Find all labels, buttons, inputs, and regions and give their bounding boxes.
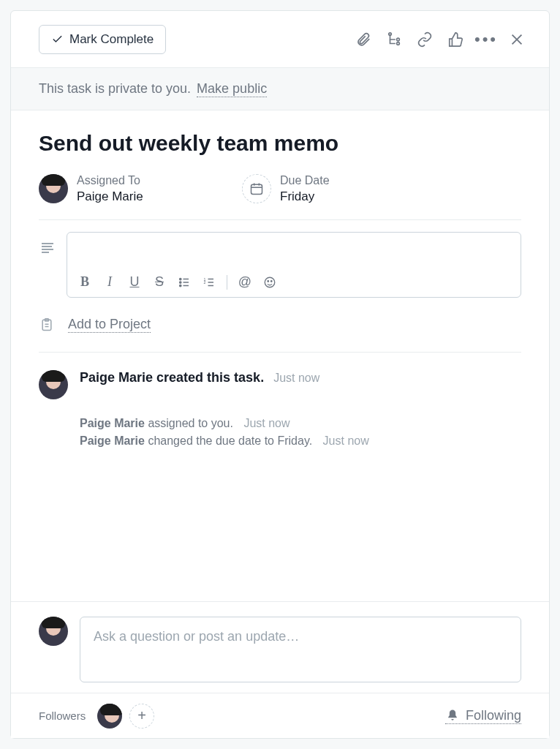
task-title[interactable]: Send out weekly team memo: [39, 131, 521, 156]
privacy-text: This task is private to you.: [39, 81, 191, 97]
project-icon: [39, 315, 55, 334]
commenter-avatar: [39, 617, 68, 646]
activity-sub-text: changed the due date to Friday.: [148, 434, 312, 447]
strikethrough-button[interactable]: S: [149, 272, 170, 293]
comment-placeholder: Ask a question or post an update…: [94, 629, 299, 644]
comment-input[interactable]: Ask a question or post an update…: [80, 617, 521, 682]
following-toggle[interactable]: Following: [445, 708, 521, 724]
followers-label: Followers: [39, 710, 86, 722]
add-to-project-link[interactable]: Add to Project: [68, 317, 151, 333]
activity-sub-actor: Paige Marie: [80, 417, 145, 429]
svg-point-10: [268, 281, 269, 282]
make-public-link[interactable]: Make public: [197, 81, 267, 97]
divider: [39, 352, 521, 353]
underline-button[interactable]: U: [124, 272, 145, 293]
assignee-avatar: [39, 174, 68, 203]
svg-point-6: [180, 285, 181, 286]
subtask-icon[interactable]: [385, 31, 403, 48]
svg-point-9: [265, 277, 275, 287]
followers-bar: Followers + Following: [11, 693, 549, 738]
due-date-value: Friday: [280, 189, 330, 205]
attachment-icon[interactable]: [355, 31, 372, 48]
svg-point-5: [180, 282, 181, 283]
more-icon[interactable]: •••: [477, 31, 495, 48]
activity-verb: created this task.: [156, 370, 264, 385]
svg-text:2: 2: [204, 280, 206, 285]
mention-button[interactable]: @: [235, 272, 255, 293]
add-follower-button[interactable]: +: [129, 704, 154, 729]
activity-sub-text: assigned to you.: [148, 417, 233, 429]
numbered-list-button[interactable]: 12: [199, 272, 219, 293]
bell-icon: [445, 708, 460, 723]
like-icon[interactable]: [447, 31, 464, 48]
assignee-name: Paige Marie: [77, 189, 143, 205]
close-icon[interactable]: [508, 31, 526, 48]
due-date-label: Due Date: [280, 173, 330, 189]
activity-time: Just now: [273, 372, 319, 384]
task-header: Mark Complete •••: [11, 11, 549, 68]
svg-rect-3: [251, 185, 262, 195]
svg-point-0: [389, 32, 392, 35]
rich-text-toolbar: B I U S 12 @: [67, 268, 521, 297]
mark-complete-label: Mark Complete: [69, 32, 154, 47]
activity-sub-time: Just now: [323, 434, 369, 447]
activity-actor: Paige Marie: [80, 370, 153, 385]
following-label: Following: [466, 708, 521, 723]
italic-button[interactable]: I: [99, 272, 120, 293]
assignee-field[interactable]: Assigned To Paige Marie: [39, 173, 229, 205]
divider: [39, 219, 521, 220]
bullet-list-button[interactable]: [174, 272, 194, 293]
activity-sub-time: Just now: [243, 417, 290, 429]
privacy-bar: This task is private to you. Make public: [11, 68, 549, 110]
activity-feed: Paige Marie created this task. Just now …: [39, 370, 521, 448]
svg-point-11: [271, 281, 273, 282]
due-date-field[interactable]: Due Date Friday: [242, 173, 432, 205]
activity-sub-actor: Paige Marie: [80, 434, 145, 447]
assignee-label: Assigned To: [77, 173, 143, 189]
bold-button[interactable]: B: [75, 272, 95, 293]
description-icon: [39, 239, 56, 257]
svg-point-2: [397, 42, 400, 45]
svg-point-1: [397, 38, 400, 41]
mark-complete-button[interactable]: Mark Complete: [39, 25, 166, 54]
description-editor[interactable]: B I U S 12 @: [67, 232, 521, 298]
toolbar-divider: [227, 275, 227, 290]
activity-avatar: [39, 370, 68, 399]
link-icon[interactable]: [416, 31, 434, 48]
comment-composer: Ask a question or post an update…: [11, 601, 549, 693]
check-icon: [51, 33, 64, 45]
description-input[interactable]: [67, 233, 521, 268]
emoji-button[interactable]: [260, 272, 280, 293]
follower-avatar[interactable]: [97, 704, 122, 729]
header-actions: •••: [355, 31, 526, 48]
svg-point-4: [180, 278, 181, 279]
calendar-icon: [242, 174, 271, 203]
